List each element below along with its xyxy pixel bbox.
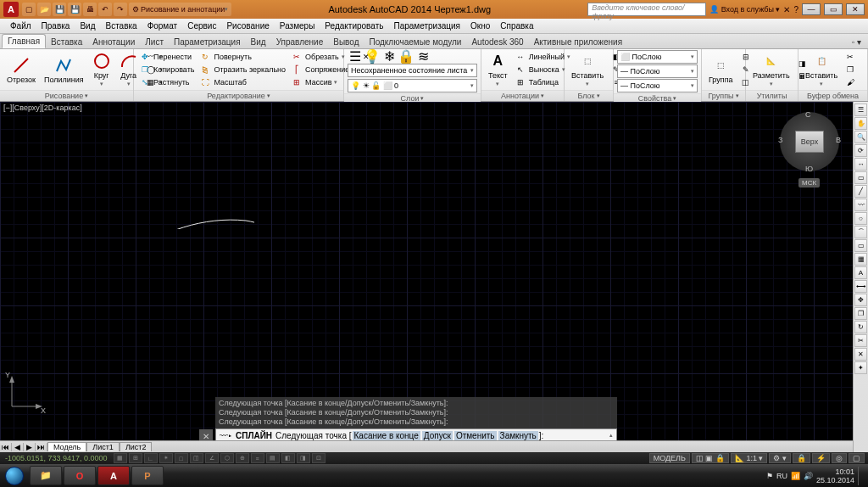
tab-view[interactable]: Вид — [246, 36, 271, 48]
tray-lang[interactable]: RU — [776, 472, 787, 480]
menu-edit[interactable]: Правка — [36, 21, 75, 31]
tray-clock[interactable]: 10:0125.10.2014 — [816, 467, 854, 484]
tab-parametric[interactable]: Параметризация — [169, 36, 246, 48]
tool-hatch-icon[interactable]: ▦ — [854, 253, 867, 266]
scale-display[interactable]: 📐 1:1 ▾ — [731, 453, 768, 463]
exchange-icon[interactable]: ✕ — [783, 5, 790, 14]
qat-undo-icon[interactable]: ↶ — [98, 3, 112, 16]
tool-line-icon[interactable]: ╱ — [854, 185, 867, 198]
cmd-opt-undo[interactable]: Отменить — [454, 431, 497, 440]
layer-current-combo[interactable]: 💡 ☀ 🔓 ⬜ 0▾ — [348, 79, 477, 92]
osnap-toggle[interactable]: □ — [175, 453, 188, 463]
task-opera[interactable]: O — [64, 466, 96, 485]
tool-text-icon[interactable]: A — [854, 266, 867, 279]
tab-nav-first[interactable]: ⏮ — [0, 443, 12, 451]
task-powerpoint[interactable]: P — [131, 466, 164, 485]
menu-tools[interactable]: Сервис — [182, 21, 221, 31]
qp-toggle[interactable]: ◧ — [281, 453, 295, 463]
rotate-button[interactable]: ↻Повернуть — [198, 51, 287, 63]
tab-insert[interactable]: Вставка — [46, 36, 87, 48]
cmd-opt-tolerance[interactable]: Допуск — [422, 431, 453, 440]
signin-link[interactable]: 👤 Вход в службы ▾ — [709, 5, 780, 14]
tool-trim-icon[interactable]: ✂ — [854, 334, 867, 347]
minimize-button[interactable]: — — [802, 3, 821, 15]
toolbar-lock-icon[interactable]: 🔒 — [793, 453, 810, 463]
tab-plugins[interactable]: Подключаемые модули — [364, 36, 466, 48]
help-icon[interactable]: ? — [793, 5, 798, 14]
menu-insert[interactable]: Вставка — [100, 21, 142, 31]
qat-new-icon[interactable]: ▢ — [22, 3, 36, 16]
panel-draw-title[interactable]: Рисование▾ — [0, 90, 133, 101]
tpy-toggle[interactable]: ▤ — [266, 453, 280, 463]
close-button[interactable]: ✕ — [846, 3, 865, 15]
menu-view[interactable]: Вид — [75, 21, 100, 31]
copy-clip-icon[interactable]: ❐ — [843, 64, 858, 76]
workspace-dropdown[interactable]: ⚙Рисование и аннотации ▾ — [129, 3, 231, 16]
lwt-toggle[interactable]: ≡ — [251, 453, 264, 463]
task-autocad[interactable]: A — [97, 466, 130, 485]
tab-layout[interactable]: Лист — [140, 36, 169, 48]
panel-groups-title[interactable]: Группы▾ — [702, 90, 745, 101]
menu-window[interactable]: Окно — [465, 21, 495, 31]
menu-dimension[interactable]: Размеры — [275, 21, 320, 31]
qat-print-icon[interactable]: 🖶 — [83, 3, 97, 16]
paste-button[interactable]: 📋Вставить▾ — [802, 50, 841, 89]
ribbon-options-icon[interactable]: ◦ ▾ — [847, 36, 866, 48]
mirror-button[interactable]: ⧎Отразить зеркально — [198, 64, 287, 76]
task-explorer[interactable]: 📁 — [30, 466, 62, 485]
tab-manage[interactable]: Управление — [271, 36, 329, 48]
grid-toggle[interactable]: ⊞ — [129, 453, 142, 463]
tab-nav-prev[interactable]: ◀ — [12, 443, 24, 451]
tool-props-icon[interactable]: ☰ — [854, 104, 867, 116]
tool-area-icon[interactable]: ▭ — [854, 171, 867, 184]
tab-a360[interactable]: Autodesk 360 — [466, 36, 528, 48]
anno-scale-icon[interactable]: ◫ ▣ 🔒 — [692, 453, 729, 463]
panel-modify-title[interactable]: Редактирование▾ — [134, 90, 343, 101]
qat-saveas-icon[interactable]: 💾 — [68, 3, 81, 16]
menu-help[interactable]: Справка — [495, 21, 538, 31]
viewcube[interactable]: Верх С Ю В З МСК — [770, 105, 849, 207]
tab-output[interactable]: Вывод — [328, 36, 364, 48]
ducs-toggle[interactable]: ⬡ — [220, 453, 234, 463]
scale-button[interactable]: ⛶Масштаб — [198, 76, 287, 88]
qat-open-icon[interactable]: 📂 — [37, 3, 51, 16]
viewcube-n[interactable]: С — [805, 110, 811, 119]
show-desktop-button[interactable] — [858, 467, 865, 485]
tab-model[interactable]: Модель — [47, 442, 86, 451]
table-button[interactable]: ⊞Таблица — [513, 76, 572, 88]
isolate-objects-icon[interactable]: ◎ — [832, 453, 847, 463]
match-props-icon[interactable]: 🖌 — [843, 76, 858, 88]
layer-state-combo[interactable]: Несохраненное состояние листа▾ — [348, 64, 477, 77]
line-button[interactable]: Отрезок — [3, 54, 39, 86]
copy-button[interactable]: ❐Копировать — [137, 64, 196, 76]
tool-rect-icon[interactable]: ▭ — [854, 239, 867, 252]
tab-nav-last[interactable]: ⏭ — [36, 443, 47, 451]
coords-display[interactable]: -1005.0151, 733.9417, 0.0000 — [0, 454, 113, 462]
cmd-opt-tangent[interactable]: Касание в конце — [353, 431, 420, 440]
viewcube-w[interactable]: З — [778, 136, 782, 144]
panel-block-title[interactable]: Блок▾ — [565, 90, 613, 101]
panel-annot-title[interactable]: Аннотации▾ — [481, 90, 564, 101]
layer-props-button[interactable]: ☰ — [348, 50, 363, 62]
tool-copy-icon[interactable]: ❐ — [854, 307, 867, 320]
tray-network-icon[interactable]: 📶 — [791, 472, 800, 480]
group-button[interactable]: ⬚Группа — [705, 54, 737, 86]
cut-icon[interactable]: ✂ — [843, 51, 858, 63]
ortho-toggle[interactable]: ∟ — [144, 453, 158, 463]
tab-home[interactable]: Главная — [2, 34, 46, 48]
dim-linear-button[interactable]: ↔Линейный▾ — [513, 51, 572, 63]
tool-orbit-icon[interactable]: ⟳ — [854, 144, 867, 157]
layer-match-icon[interactable]: ≋ — [415, 50, 431, 62]
qat-redo-icon[interactable]: ↷ — [114, 3, 127, 16]
polyline-button[interactable]: Полилиния — [41, 54, 87, 86]
tool-circle-icon[interactable]: ○ — [854, 212, 867, 225]
qat-save-icon[interactable]: 💾 — [53, 3, 66, 16]
tool-rotate-icon[interactable]: ↻ — [854, 321, 867, 333]
menu-modify[interactable]: Редактировать — [320, 21, 388, 31]
insert-block-button[interactable]: ⬚Вставить▾ — [568, 50, 607, 89]
cmd-opt-close[interactable]: Замкнуть — [498, 431, 538, 440]
linetype-combo[interactable]: — ПоСлою▾ — [617, 79, 698, 92]
layer-freeze-icon[interactable]: ❄ — [381, 50, 397, 62]
color-combo[interactable]: ⬜ ПоСлою▾ — [617, 50, 698, 64]
start-button[interactable] — [0, 464, 29, 487]
